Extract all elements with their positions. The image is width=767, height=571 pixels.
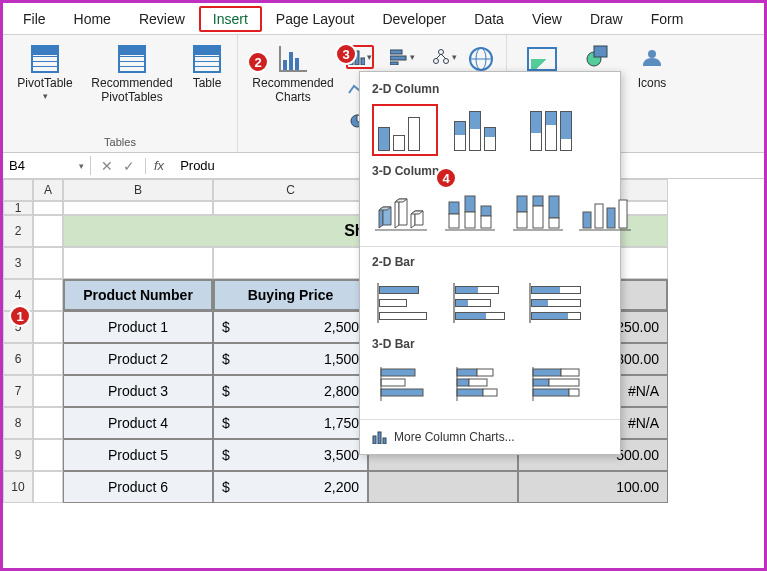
table-cell[interactable]: Product 6 <box>63 471 213 503</box>
3d-stacked-bar-option[interactable] <box>448 359 514 411</box>
svg-rect-30 <box>449 214 459 228</box>
svg-point-8 <box>443 59 448 64</box>
stacked-column-option[interactable] <box>448 104 514 156</box>
col-header-a[interactable]: A <box>33 179 63 201</box>
section-3d-bar: 3-D Bar <box>360 333 620 355</box>
table-cell[interactable]: $2,200 <box>213 471 368 503</box>
section-2d-column: 2-D Column <box>360 78 620 100</box>
svg-line-9 <box>436 54 441 59</box>
table-cell[interactable]: Product 5 <box>63 439 213 471</box>
group-tables-label: Tables <box>104 136 136 150</box>
table-cell[interactable]: $1,500 <box>213 343 368 375</box>
tab-draw[interactable]: Draw <box>576 6 637 32</box>
tab-insert[interactable]: Insert <box>199 6 262 32</box>
clustered-column-option[interactable] <box>372 104 438 156</box>
svg-rect-66 <box>373 436 376 444</box>
tab-page-layout[interactable]: Page Layout <box>262 6 369 32</box>
stacked-bar-option[interactable] <box>448 277 514 329</box>
svg-rect-64 <box>569 389 579 396</box>
column-chart-menu: 2-D Column 3-D Column 2-D Bar 3-D Bar Mo… <box>359 71 621 455</box>
table-button[interactable]: Table <box>185 43 229 91</box>
annotation-badge-4: 4 <box>435 167 457 189</box>
row-header[interactable]: 1 <box>3 201 33 215</box>
svg-rect-36 <box>517 196 527 212</box>
svg-rect-41 <box>549 218 559 228</box>
row-header[interactable]: 10 <box>3 471 33 503</box>
table-cell[interactable]: Product 1 <box>63 311 213 343</box>
svg-rect-34 <box>481 216 491 228</box>
header-buying-price[interactable]: Buying Price <box>213 279 368 311</box>
table-cell[interactable]: Product 2 <box>63 343 213 375</box>
name-box[interactable]: B4▾ <box>3 156 91 175</box>
more-column-charts[interactable]: More Column Charts... <box>360 424 620 450</box>
annotation-badge-2: 2 <box>247 51 269 73</box>
svg-rect-45 <box>607 208 615 228</box>
table-cell[interactable]: Product 3 <box>63 375 213 407</box>
3d-100-stacked-bar-option[interactable] <box>524 359 590 411</box>
3d-clustered-column-option[interactable] <box>372 186 430 238</box>
annotation-badge-3: 3 <box>335 43 357 65</box>
svg-rect-31 <box>465 196 475 212</box>
3d-stacked-column-option[interactable] <box>440 186 498 238</box>
enter-icon[interactable]: ✓ <box>123 158 135 174</box>
100-stacked-column-option[interactable] <box>524 104 590 156</box>
row-header[interactable]: 6 <box>3 343 33 375</box>
tab-view[interactable]: View <box>518 6 576 32</box>
table-cell[interactable]: $2,800 <box>213 375 368 407</box>
pivottable-button[interactable]: PivotTable▾ <box>11 43 79 101</box>
table-cell[interactable]: $2,500 <box>213 311 368 343</box>
tab-file[interactable]: File <box>9 6 60 32</box>
svg-rect-5 <box>390 62 398 65</box>
cancel-icon[interactable]: ✕ <box>101 158 113 174</box>
select-all-corner[interactable] <box>3 179 33 201</box>
tab-developer[interactable]: Developer <box>368 6 460 32</box>
svg-line-10 <box>441 54 446 59</box>
icons-icon <box>636 43 668 75</box>
row-header[interactable]: 2 <box>3 215 33 247</box>
tab-formulas[interactable]: Form <box>637 6 698 32</box>
group-tables: PivotTable▾ Recommended PivotTables Tabl… <box>3 35 238 152</box>
col-header-b[interactable]: B <box>63 179 213 201</box>
3d-column-option[interactable] <box>576 186 634 238</box>
table-cell[interactable]: $1,750 <box>213 407 368 439</box>
row-header[interactable]: 9 <box>3 439 33 471</box>
col-header-c[interactable]: C <box>213 179 368 201</box>
table-cell[interactable]: $3,500 <box>213 439 368 471</box>
3d-100-stacked-column-option[interactable] <box>508 186 566 238</box>
svg-rect-50 <box>381 389 423 396</box>
tab-review[interactable]: Review <box>125 6 199 32</box>
tab-data[interactable]: Data <box>460 6 518 32</box>
section-3d-column: 3-D Column <box>360 160 620 182</box>
svg-rect-55 <box>469 379 487 386</box>
svg-rect-61 <box>533 379 549 386</box>
recommended-pivottables-icon <box>118 45 146 73</box>
svg-rect-43 <box>583 212 591 228</box>
100-stacked-bar-option[interactable] <box>524 277 590 329</box>
table-icon <box>193 45 221 73</box>
recommended-pivottables-button[interactable]: Recommended PivotTables <box>85 43 179 105</box>
svg-rect-53 <box>477 369 493 376</box>
header-product-number[interactable]: Product Number <box>63 279 213 311</box>
svg-rect-59 <box>533 369 561 376</box>
svg-rect-68 <box>383 438 386 444</box>
fx-label[interactable]: fx <box>146 158 172 173</box>
3d-clustered-bar-option[interactable] <box>372 359 438 411</box>
bar-chart-dropdown[interactable]: ▾ <box>388 45 416 69</box>
svg-rect-52 <box>457 369 477 376</box>
annotation-badge-1: 1 <box>9 305 31 327</box>
svg-rect-37 <box>517 212 527 228</box>
icons-button[interactable]: Icons <box>631 43 673 91</box>
table-cell[interactable]: 100.00 <box>518 471 668 503</box>
hierarchy-chart-dropdown[interactable]: ▾ <box>430 45 458 69</box>
row-header[interactable]: 7 <box>3 375 33 407</box>
svg-rect-26 <box>594 46 607 57</box>
tab-home[interactable]: Home <box>60 6 125 32</box>
clustered-bar-option[interactable] <box>372 277 438 329</box>
svg-rect-32 <box>465 212 475 228</box>
row-header[interactable]: 8 <box>3 407 33 439</box>
svg-rect-4 <box>390 56 406 60</box>
svg-rect-60 <box>561 369 579 376</box>
table-cell[interactable]: Product 4 <box>63 407 213 439</box>
row-header[interactable]: 3 <box>3 247 33 279</box>
svg-rect-46 <box>619 200 627 228</box>
